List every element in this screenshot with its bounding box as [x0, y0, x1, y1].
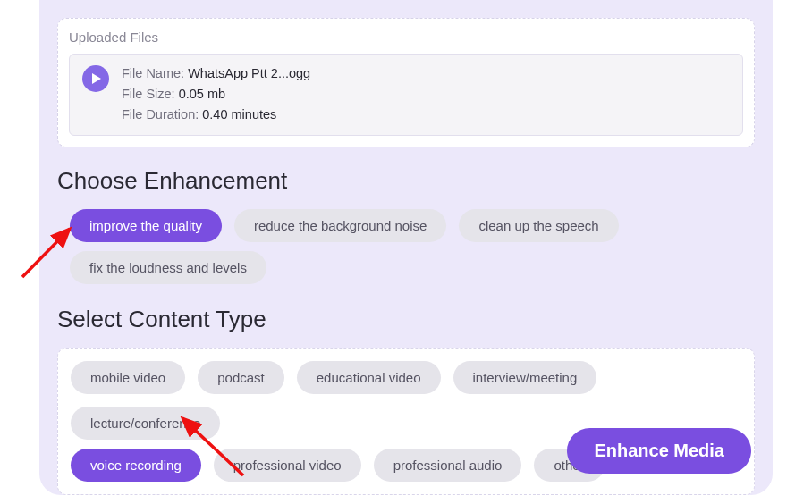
file-duration-line: File Duration: 0.40 minutes: [122, 105, 310, 125]
enhancement-title: Choose Enhancement: [57, 167, 755, 195]
file-name-line: File Name: WhatsApp Ptt 2...ogg: [122, 63, 310, 84]
file-duration-label: File Duration:: [122, 107, 202, 122]
content-type-title: Select Content Type: [57, 306, 755, 333]
file-name-label: File Name:: [122, 66, 188, 80]
enhancement-clean-speech[interactable]: clean up the speech: [459, 209, 618, 242]
enhance-media-button[interactable]: Enhance Media: [567, 428, 751, 474]
play-button[interactable]: [82, 65, 109, 92]
uploaded-files-title: Uploaded Files: [69, 29, 743, 45]
enhancement-row-1: improve the quality reduce the backgroun…: [70, 209, 755, 242]
file-size-value: 0.05 mb: [179, 87, 225, 101]
play-icon: [91, 73, 102, 84]
enhancement-row-2: fix the loudness and levels: [70, 251, 755, 284]
enhancement-fix-loudness[interactable]: fix the loudness and levels: [70, 251, 266, 284]
content-podcast[interactable]: podcast: [198, 361, 284, 394]
enhancement-improve-quality[interactable]: improve the quality: [70, 209, 222, 242]
file-row: File Name: WhatsApp Ptt 2...ogg File Siz…: [69, 54, 743, 136]
file-size-line: File Size: 0.05 mb: [122, 84, 310, 105]
content-voice-recording[interactable]: voice recording: [71, 449, 201, 482]
file-size-label: File Size:: [122, 87, 179, 101]
content-interview[interactable]: interview/meeting: [453, 361, 597, 394]
main-card: Uploaded Files File Name: WhatsApp Ptt 2…: [39, 0, 773, 495]
content-professional-video[interactable]: professional video: [214, 449, 361, 482]
content-educational-video[interactable]: educational video: [297, 361, 441, 394]
file-duration-value: 0.40 minutes: [202, 107, 276, 122]
enhancement-reduce-noise[interactable]: reduce the background noise: [234, 209, 446, 242]
content-professional-audio[interactable]: professional audio: [374, 449, 522, 482]
file-meta: File Name: WhatsApp Ptt 2...ogg File Siz…: [122, 63, 310, 126]
content-lecture[interactable]: lecture/conference: [71, 407, 220, 440]
content-mobile-video[interactable]: mobile video: [71, 361, 185, 394]
file-name-value: WhatsApp Ptt 2...ogg: [188, 66, 310, 80]
uploaded-files-box: Uploaded Files File Name: WhatsApp Ptt 2…: [57, 18, 755, 147]
enhancement-group: improve the quality reduce the backgroun…: [57, 209, 755, 284]
